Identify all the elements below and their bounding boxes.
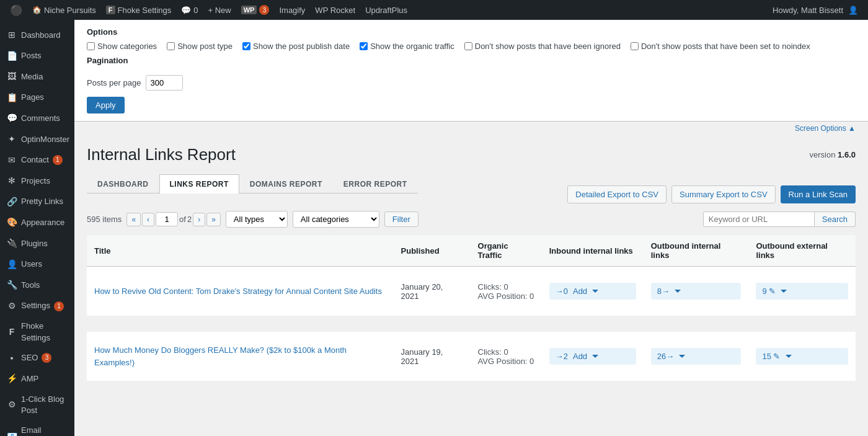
row1-add-link[interactable]: Add <box>573 287 587 296</box>
adminbar-site-name[interactable]: 🏠 Niche Pursuits <box>27 0 101 20</box>
detailed-export-button[interactable]: Detailed Export to CSV <box>567 185 666 203</box>
comment-icon: 💬 <box>181 6 191 15</box>
adminbar-wp-logo[interactable]: ⚫ <box>5 0 27 20</box>
row1-outbound-container: 8→ <box>651 283 742 300</box>
table-row: How to Revive Old Content: Tom Drake's S… <box>87 267 856 316</box>
show-organic-traffic-checkbox[interactable] <box>360 42 368 50</box>
row1-clicks: Clicks: 0 <box>478 282 534 291</box>
row2-outbound-value: 26→ <box>657 352 674 361</box>
adminbar-wprocket[interactable]: WP Rocket <box>310 0 360 20</box>
row1-outbound-cell: 8→ <box>644 267 749 316</box>
sidebar-item-plugins[interactable]: 🔌 Plugins <box>0 233 74 254</box>
adminbar-fhoke[interactable]: F Fhoke Settings <box>101 0 176 20</box>
tabs-actions-row: DASHBOARD LINKS REPORT DOMAINS REPORT ER… <box>87 174 856 203</box>
page-of-text: of <box>179 215 186 224</box>
row1-published-cell: January 20, 2021 <box>394 267 471 316</box>
row1-outbound-dropdown-icon[interactable] <box>675 290 681 293</box>
adminbar-imagify[interactable]: Imagify <box>274 0 310 20</box>
show-categories-label[interactable]: Show categories <box>87 42 157 51</box>
sidebar-item-emailref[interactable]: 📧 Email Referrals <box>0 420 74 436</box>
adminbar-new[interactable]: + New <box>203 0 236 20</box>
posts-per-page-input[interactable] <box>146 75 183 91</box>
sidebar-item-optinmonster[interactable]: ✦ OptinMonster <box>0 129 74 150</box>
sidebar-item-users[interactable]: 👤 Users <box>0 254 74 275</box>
sidebar-item-media[interactable]: 🖼 Media <box>0 66 74 87</box>
search-input[interactable] <box>703 211 815 227</box>
sidebar-item-settings[interactable]: ⚙ Settings 1 <box>0 296 74 317</box>
show-publish-date-label[interactable]: Show the post publish date <box>242 42 350 51</box>
row1-outbound-value: 8→ <box>657 287 670 296</box>
sidebar-item-pages[interactable]: 📋 Pages <box>0 87 74 109</box>
run-scan-button[interactable]: Run a Link Scan <box>781 185 856 203</box>
show-organic-traffic-label[interactable]: Show the organic traffic <box>360 42 454 51</box>
row2-outbound-dropdown-icon[interactable] <box>679 355 685 358</box>
row1-inbound-value: →0 <box>556 287 568 296</box>
search-button[interactable]: Search <box>815 211 856 227</box>
show-post-type-checkbox[interactable] <box>167 42 175 50</box>
tab-domains-report[interactable]: DOMAINS REPORT <box>239 174 333 194</box>
options-panel: Options Show categories Show post type S… <box>74 20 868 122</box>
sidebar-item-dashboard[interactable]: ⊞ Dashboard <box>0 25 74 46</box>
toolbar-left: 595 items « ‹ of 2 › » All typesPostsPag… <box>87 211 418 228</box>
sidebar-item-tools[interactable]: 🔧 Tools <box>0 275 74 296</box>
adminbar-updraftplus[interactable]: UpdraftPlus <box>360 0 412 20</box>
last-page-button[interactable]: » <box>206 213 221 226</box>
row1-external-dropdown-icon[interactable] <box>781 290 787 293</box>
screen-options-link[interactable]: Screen Options ▲ <box>795 124 856 133</box>
page-number-input[interactable] <box>156 212 178 226</box>
tab-error-report[interactable]: ERROR REPORT <box>333 174 418 194</box>
table-header-row: Title Published Organic Traffic Inbound … <box>87 235 856 267</box>
toolbar: 595 items « ‹ of 2 › » All typesPostsPag… <box>87 211 856 228</box>
sidebar-item-posts[interactable]: 📄 Posts <box>0 46 74 67</box>
settings-badge: 1 <box>54 301 64 311</box>
adminbar-user[interactable]: Howdy, Matt Bissett 👤 <box>768 0 863 20</box>
row2-add-link[interactable]: Add <box>573 352 587 361</box>
sidebar-item-1click[interactable]: ⚙ 1-Click Blog Post <box>0 389 74 420</box>
first-page-button[interactable]: « <box>126 213 141 226</box>
row1-inbound-dropdown-icon[interactable] <box>592 290 598 293</box>
apply-button[interactable]: Apply <box>87 97 125 113</box>
sidebar-item-projects[interactable]: ✻ Projects <box>0 171 74 192</box>
pretty-links-icon: 🔗 <box>6 196 17 208</box>
sidebar-item-amp[interactable]: ⚡ AMP <box>0 368 74 389</box>
row2-external-dropdown-icon[interactable] <box>786 355 792 358</box>
adminbar-comments[interactable]: 💬 0 <box>176 0 203 20</box>
sidebar-item-fhoke[interactable]: F Fhoke Settings <box>0 316 74 347</box>
appearance-icon: 🎨 <box>6 216 17 229</box>
show-categories-checkbox[interactable] <box>87 42 95 50</box>
sidebar-item-pretty-links[interactable]: 🔗 Pretty Links <box>0 192 74 213</box>
filter-controls: All typesPostsPages All categories Filte… <box>226 211 418 228</box>
sidebar-item-appearance[interactable]: 🎨 Appearance <box>0 212 74 233</box>
sidebar-item-contact[interactable]: ✉ Contact 1 <box>0 150 74 171</box>
sidebar: ⊞ Dashboard 📄 Posts 🖼 Media 📋 Pages 💬 Co… <box>0 20 74 436</box>
dont-show-noindex-label[interactable]: Don't show posts that have been set to n… <box>631 42 810 51</box>
adminbar-wp2[interactable]: WP 3 <box>236 0 275 20</box>
prev-page-button[interactable]: ‹ <box>142 213 154 226</box>
filter-button[interactable]: Filter <box>384 211 418 227</box>
media-icon: 🖼 <box>6 71 17 83</box>
show-post-type-label[interactable]: Show post type <box>167 42 232 51</box>
pagination-nav: « ‹ of 2 › » <box>126 212 220 226</box>
row1-post-link[interactable]: How to Revive Old Content: Tom Drake's S… <box>94 287 382 296</box>
next-page-button[interactable]: › <box>193 213 205 226</box>
show-publish-date-checkbox[interactable] <box>242 42 250 50</box>
dont-show-noindex-checkbox[interactable] <box>631 42 639 50</box>
filter-type-select[interactable]: All typesPostsPages <box>226 211 288 228</box>
col-title: Title <box>87 235 394 267</box>
tab-links-report[interactable]: LINKS REPORT <box>159 174 239 194</box>
wp-logo-icon: ⚫ <box>10 4 22 16</box>
sidebar-item-seo[interactable]: ▪ SEO 3 <box>0 348 74 369</box>
filter-category-select[interactable]: All categories <box>293 211 379 228</box>
row1-inbound-container: →0 Add <box>549 283 636 300</box>
summary-export-button[interactable]: Summary Export to CSV <box>671 185 776 203</box>
optinmonster-icon: ✦ <box>6 133 17 146</box>
row2-post-link[interactable]: How Much Money Do Bloggers REALLY Make? … <box>94 345 347 367</box>
sidebar-item-comments[interactable]: 💬 Comments <box>0 108 74 129</box>
settings-icon: ⚙ <box>6 300 17 313</box>
main-content: Options Show categories Show post type S… <box>74 20 868 436</box>
row2-inbound-dropdown-icon[interactable] <box>592 355 598 358</box>
row1-avg-position: AVG Position: 0 <box>478 291 534 301</box>
dont-show-ignored-label[interactable]: Don't show posts that have been ignored <box>464 42 621 51</box>
dont-show-ignored-checkbox[interactable] <box>464 42 472 50</box>
tab-dashboard[interactable]: DASHBOARD <box>87 174 159 194</box>
